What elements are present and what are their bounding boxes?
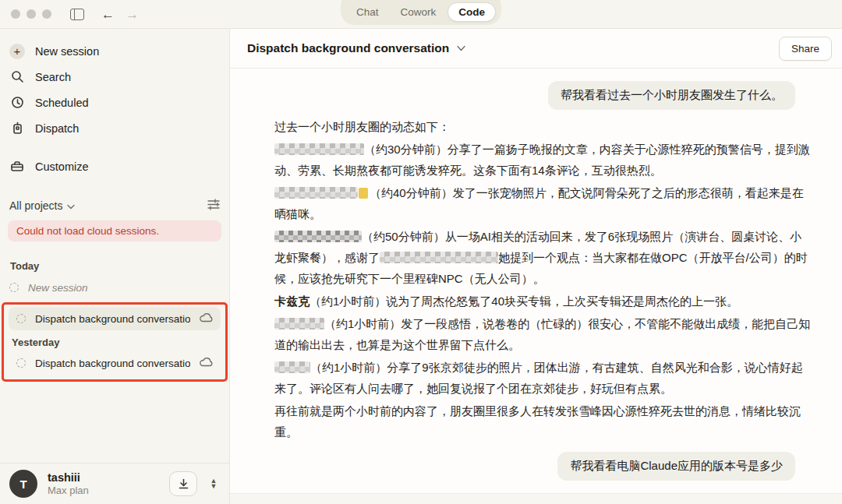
assistant-outro: 再往前就是两个小时前的内容了，朋友圈里很多人在转发张雪峰因心源性猝死去世的消息，… [274, 400, 811, 442]
redacted-name [274, 318, 324, 330]
session-title: Dispatch background conversation [35, 358, 190, 369]
moment-author: 卡兹克 [274, 294, 310, 308]
sidebar-item-label: Dispatch [35, 122, 79, 135]
download-button[interactable] [169, 471, 197, 496]
projects-filter-label: All projects [9, 199, 62, 212]
user-plan: Max plan [48, 485, 89, 497]
tab-cowork[interactable]: Cowork [391, 3, 447, 21]
moment-item: （约1小时前）发了一段感悟，说卷卷的（忙碌的）很安心，不管能不能做出成绩，能把自… [274, 313, 811, 355]
conversation-title-dropdown[interactable]: Dispatch background conversation [247, 41, 465, 55]
session-title: Dispatch background conversation [35, 313, 190, 325]
chat-transcript: 帮我看看过去一个小时朋友圈发生了什么。 过去一个小时朋友圈的动态如下： （约30… [230, 69, 842, 504]
account-switcher-chevrons-icon[interactable]: ▲▼ [207, 478, 220, 489]
share-button[interactable]: Share [779, 37, 832, 61]
close-window-button[interactable] [11, 9, 20, 19]
conversation-header: Dispatch background conversation Share [230, 29, 842, 69]
yellow-emoji-chip [359, 188, 368, 199]
main-panel: Dispatch background conversation Share 帮… [230, 29, 842, 504]
sidebar-item-label: Search [35, 71, 71, 83]
plus-icon: + [9, 44, 25, 59]
chevron-down-icon [67, 199, 75, 212]
moment-item: （约50分钟前）从一场AI相关的活动回来，发了6张现场照片（演讲台、圆桌讨论、小… [274, 226, 811, 289]
user-message: 帮我看看电脑Claude应用的版本号是多少 [557, 452, 795, 481]
section-label-today: Today [10, 260, 229, 272]
cloud-error-banner: Could not load cloud sessions. [8, 220, 221, 241]
sidebar-item-dispatch[interactable]: Dispatch [0, 115, 229, 141]
section-label-yesterday: Yesterday [12, 337, 223, 348]
dashed-circle-icon [16, 358, 26, 368]
robot-icon [9, 121, 25, 136]
redacted-name [274, 143, 364, 155]
moment-item: （约40分钟前）发了一张宠物照片，配文说阿骨朵死了之后的形态很萌，看起来是在晒猫… [274, 182, 811, 224]
forward-button[interactable]: → [126, 8, 139, 21]
sidebar-toggle-icon[interactable] [70, 9, 84, 20]
dashed-circle-icon [16, 314, 26, 323]
clock-icon [9, 95, 25, 111]
redacted-name [274, 187, 358, 199]
zoom-window-button[interactable] [42, 9, 51, 19]
minimize-window-button[interactable] [27, 9, 36, 19]
session-item-today[interactable]: Dispatch background conversation [9, 307, 221, 330]
sidebar-item-label: New session [35, 45, 99, 58]
moment-item: 卡兹克（约1小时前）说为了周杰伦怒氪了40块买专辑，上次买专辑还是周杰伦的上一张… [274, 291, 811, 312]
sidebar-item-new-session[interactable]: + New session [0, 38, 229, 64]
chevron-down-icon [457, 45, 465, 51]
avatar[interactable]: T [9, 470, 37, 498]
user-meta: tashiii Max plan [48, 471, 89, 497]
tab-chat[interactable]: Chat [346, 3, 389, 21]
toolbox-icon [9, 159, 25, 174]
composer-edge [230, 493, 842, 504]
annotation-box: Dispatch background conversation Yesterd… [2, 302, 228, 382]
assistant-message: 过去一个小时朋友圈的动态如下： （约30分钟前）分享了一篇扬子晚报的文章，内容关… [274, 116, 811, 444]
window-titlebar: ← → Chat Cowork Code [0, 0, 842, 29]
sidebar-item-search[interactable]: Search [0, 64, 229, 90]
redacted-name [380, 252, 498, 263]
user-message: 帮我看看过去一个小时朋友圈发生了什么。 [548, 81, 795, 110]
moment-item: （约30分钟前）分享了一篇扬子晚报的文章，内容关于心源性猝死的预警信号，提到激动… [274, 139, 811, 181]
search-icon [9, 69, 25, 85]
conversation-title: Dispatch background conversation [247, 41, 449, 55]
projects-filter[interactable]: All projects [0, 196, 229, 215]
session-title: New session [28, 282, 88, 294]
sidebar-item-scheduled[interactable]: Scheduled [0, 90, 229, 115]
dashed-circle-icon [9, 283, 19, 292]
moment-item: （约1小时前）分享了9张京郊徒步的照片，团体出游，有古建筑、自然风光和合影，说心… [274, 357, 811, 399]
cloud-icon [200, 358, 213, 369]
sidebar-item-label: Scheduled [35, 97, 89, 109]
mode-tabbar: Chat Cowork Code [341, 0, 501, 25]
redacted-name [274, 231, 362, 242]
assistant-intro: 过去一个小时朋友圈的动态如下： [274, 116, 811, 137]
session-item-yesterday[interactable]: Dispatch background conversation [9, 351, 221, 375]
cloud-icon [200, 313, 213, 325]
tab-code[interactable]: Code [448, 2, 496, 22]
back-button[interactable]: ← [101, 8, 115, 21]
sidebar-item-customize[interactable]: Customize [0, 153, 229, 179]
sidebar: + New session Search Scheduled Dispatch [0, 29, 230, 504]
session-item-draft[interactable]: New session [0, 276, 229, 299]
account-footer: T tashiii Max plan ▲▼ [0, 463, 229, 504]
user-name: tashiii [48, 471, 89, 485]
window-controls[interactable] [11, 9, 51, 19]
sidebar-item-label: Customize [35, 160, 89, 173]
redacted-name [274, 361, 310, 373]
filter-sliders-icon[interactable] [207, 199, 220, 213]
